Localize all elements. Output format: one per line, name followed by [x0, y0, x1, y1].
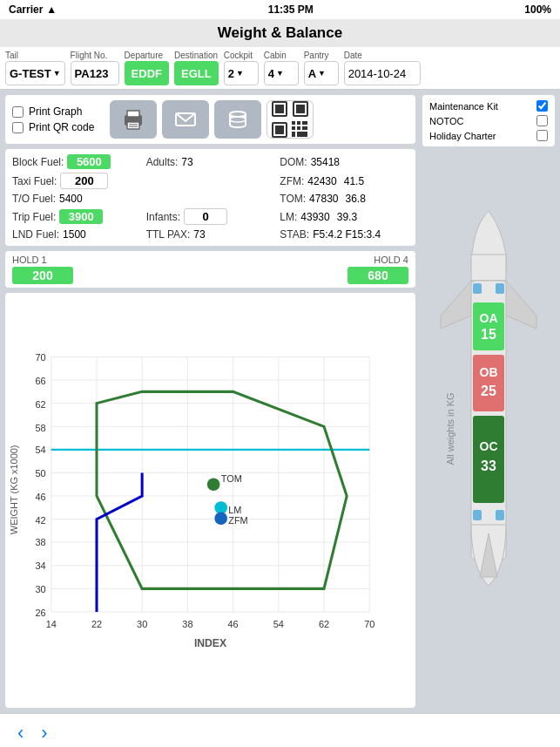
- svg-text:LM: LM: [228, 505, 241, 515]
- dom-item: DOM: 35418: [280, 154, 408, 169]
- status-bar: Carrier ▲ 11:35 PM 100%: [0, 0, 560, 19]
- svg-rect-3: [129, 124, 138, 126]
- tail-field: Tail G-TEST ▼: [5, 51, 65, 85]
- svg-text:62: 62: [319, 619, 329, 629]
- hold4-input[interactable]: [347, 267, 408, 284]
- notoc-checkbox[interactable]: [536, 115, 548, 126]
- svg-text:62: 62: [35, 399, 45, 410]
- to-fuel-item: T/O Fuel: 5400: [12, 193, 141, 205]
- svg-rect-17: [292, 126, 295, 130]
- cockpit-chevron-icon: ▼: [236, 69, 244, 78]
- cockpit-field: Cockpit 2 ▼: [224, 51, 259, 85]
- svg-rect-19: [292, 132, 295, 137]
- date-input[interactable]: [344, 61, 421, 85]
- back-button[interactable]: ‹: [17, 722, 24, 744]
- maintenance-kit-checkbox[interactable]: [536, 100, 548, 112]
- svg-rect-22: [9, 351, 412, 649]
- infants-input[interactable]: [184, 208, 227, 225]
- destination-field: Destination EGLL: [174, 51, 219, 85]
- tail-chevron-icon: ▼: [53, 69, 61, 78]
- forward-button[interactable]: ›: [41, 722, 47, 744]
- svg-text:54: 54: [273, 619, 284, 629]
- holiday-charter-checkbox[interactable]: [536, 130, 548, 141]
- cabin-field: Cabin 4 ▼: [264, 51, 299, 85]
- holiday-charter-label: Holiday Charter: [429, 131, 496, 141]
- hold4-section: HOLD 4: [347, 255, 408, 284]
- svg-text:50: 50: [35, 468, 45, 479]
- destination-label: Destination: [174, 51, 218, 60]
- svg-text:30: 30: [137, 619, 147, 629]
- zfm-item: ZFM: 42430 41.5: [280, 173, 408, 189]
- svg-rect-87: [496, 510, 504, 520]
- hold1-input[interactable]: [12, 267, 73, 284]
- svg-text:58: 58: [35, 423, 45, 433]
- adults-item: Adults: 73: [146, 154, 275, 169]
- svg-rect-15: [297, 121, 300, 125]
- departure-field: Departure EDDF: [125, 51, 169, 85]
- svg-rect-21: [302, 126, 307, 130]
- svg-point-45: [207, 478, 220, 491]
- fuel-data-section: Block Fuel: 5600 Adults: 73 DOM: 35418 T…: [5, 149, 415, 246]
- database-button[interactable]: [214, 100, 261, 139]
- svg-text:38: 38: [182, 619, 192, 629]
- svg-text:46: 46: [35, 492, 45, 502]
- cockpit-label: Cockpit: [224, 51, 253, 60]
- departure-button[interactable]: EDDF: [125, 61, 169, 85]
- notoc-label: NOTOC: [429, 116, 464, 126]
- print-qr-checkbox[interactable]: [12, 122, 24, 133]
- carrier-name: Carrier: [9, 3, 43, 16]
- departure-label: Departure: [125, 51, 163, 60]
- flight-input[interactable]: [71, 61, 119, 85]
- lnd-fuel-item: LND Fuel: 1500: [12, 228, 141, 241]
- print-qr-row: Print QR code: [12, 121, 94, 133]
- flight-field: Flight No.: [71, 51, 119, 85]
- flight-label: Flight No.: [71, 51, 108, 60]
- print-graph-label: Print Graph: [29, 105, 82, 118]
- date-label: Date: [344, 51, 362, 60]
- ttl-pax-item: TTL PAX: 73: [146, 228, 275, 241]
- infants-item: Infants:: [146, 208, 275, 225]
- taxi-fuel-input[interactable]: [60, 173, 108, 189]
- right-panel: Maintenance Kit NOTOC Holiday Charter Al…: [421, 90, 560, 713]
- database-icon: [226, 107, 250, 132]
- svg-text:70: 70: [35, 352, 45, 363]
- maintenance-kit-row: Maintenance Kit: [429, 98, 548, 113]
- cabin-dropdown[interactable]: 4 ▼: [264, 61, 299, 85]
- svg-rect-73: [471, 255, 506, 281]
- tom-item: TOM: 47830 36.8: [280, 193, 408, 205]
- cockpit-dropdown[interactable]: 2 ▼: [224, 61, 259, 85]
- email-icon: [173, 107, 198, 132]
- svg-text:38: 38: [35, 537, 45, 547]
- date-field: Date: [344, 51, 421, 85]
- svg-rect-1: [127, 111, 139, 117]
- svg-text:66: 66: [35, 376, 45, 386]
- svg-rect-76: [496, 283, 504, 294]
- svg-rect-20: [297, 132, 307, 137]
- email-button[interactable]: [162, 100, 209, 139]
- pantry-dropdown[interactable]: A ▼: [304, 61, 339, 85]
- qr-code-button[interactable]: [267, 100, 314, 139]
- maintenance-kit-label: Maintenance Kit: [429, 101, 498, 112]
- svg-text:OB: OB: [480, 365, 498, 379]
- bottom-nav: ‹ ›: [0, 713, 560, 747]
- lm-item: LM: 43930 39.3: [280, 208, 408, 225]
- destination-button[interactable]: EGLL: [174, 61, 219, 85]
- svg-rect-86: [473, 510, 482, 520]
- print-button[interactable]: [110, 100, 157, 139]
- svg-rect-13: [275, 126, 284, 134]
- svg-text:OA: OA: [480, 311, 498, 325]
- svg-text:22: 22: [91, 619, 102, 629]
- print-qr-label: Print QR code: [29, 121, 94, 133]
- battery-indicator: 100%: [524, 3, 551, 16]
- svg-text:OC: OC: [480, 439, 498, 453]
- cabin-chevron-icon: ▼: [276, 69, 284, 78]
- svg-rect-11: [296, 105, 305, 113]
- print-graph-checkbox[interactable]: [12, 106, 24, 118]
- tail-dropdown[interactable]: G-TEST ▼: [5, 61, 65, 85]
- svg-rect-9: [275, 105, 284, 113]
- svg-text:TOM: TOM: [221, 473, 242, 484]
- svg-rect-14: [292, 121, 295, 125]
- svg-text:14: 14: [46, 619, 57, 629]
- notoc-row: NOTOC: [429, 113, 548, 128]
- holiday-charter-row: Holiday Charter: [429, 128, 548, 143]
